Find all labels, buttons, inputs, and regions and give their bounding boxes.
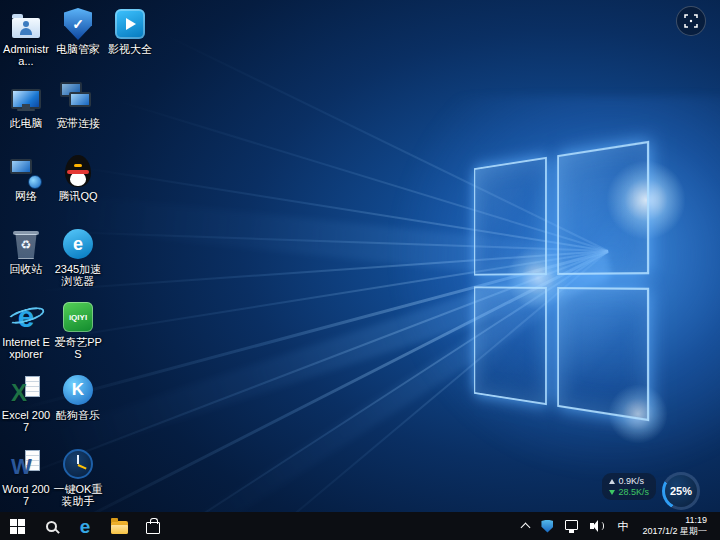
clock-time: 11:19 — [685, 515, 707, 526]
taskbar-edge-button[interactable]: e — [68, 512, 102, 540]
logo-pane — [474, 286, 547, 405]
qq-penguin-icon — [60, 153, 96, 189]
desktop-wallpaper: Administra... 此电脑 网络 ♻ 回收站 e Internet Ex… — [0, 0, 720, 540]
icon-label: 酷狗音乐 — [56, 409, 100, 421]
glow-spot — [608, 384, 668, 444]
desktop-icon-excel-2007[interactable]: X Excel 2007 — [0, 372, 52, 442]
arrow-down-icon — [609, 490, 615, 495]
ball-percent: 25% — [670, 485, 692, 497]
download-speed-value: 28.5K/s — [618, 487, 649, 497]
computer-icon — [8, 80, 44, 116]
desktop-icon-internet-explorer[interactable]: e Internet Explorer — [0, 299, 52, 369]
desktop-icon-2345-browser[interactable]: e 2345加速浏览器 — [52, 226, 104, 296]
tray-clock[interactable]: 11:19 2017/1/2 星期一 — [634, 515, 715, 537]
glow-spot — [606, 160, 686, 240]
upload-speed-row: 0.9K/s — [609, 476, 649, 486]
desktop-icon-pc-manager[interactable]: ✓ 电脑管家 — [52, 6, 104, 76]
taskbar-file-explorer-button[interactable] — [102, 512, 136, 540]
broadband-connection-icon — [60, 80, 96, 116]
network-speed-widget[interactable]: 0.9K/s 28.5K/s — [602, 473, 656, 500]
kugou-music-icon: K — [60, 372, 96, 408]
user-folder-icon — [8, 6, 44, 42]
icon-label: 电脑管家 — [56, 43, 100, 55]
iqiyi-icon: iQIYI — [60, 299, 96, 335]
icon-label: Administra... — [0, 43, 52, 67]
ethernet-icon — [565, 520, 578, 530]
tray-ime-indicator[interactable]: 中 — [611, 512, 634, 540]
icon-label: 影视大全 — [108, 43, 152, 55]
screen-capture-button[interactable] — [676, 6, 706, 36]
floating-ball-widget[interactable]: 25% — [662, 472, 700, 510]
desktop-icon-word-2007[interactable]: W Word 2007 — [0, 446, 52, 516]
internet-explorer-icon: e — [8, 299, 44, 335]
desktop-icon-kugou[interactable]: K 酷狗音乐 — [52, 372, 104, 442]
ime-label: 中 — [617, 519, 628, 534]
tray-show-hidden-icons[interactable] — [516, 512, 535, 540]
glow-spot — [506, 246, 570, 310]
word-icon: W — [8, 446, 44, 482]
desktop-icon-qq[interactable]: 腾讯QQ — [52, 153, 104, 223]
taskbar-store-button[interactable] — [136, 512, 170, 540]
icon-label: 一键OK重装助手 — [52, 483, 104, 507]
logo-pane — [557, 287, 649, 421]
shield-icon: ✓ — [60, 6, 96, 42]
upload-speed-value: 0.9K/s — [618, 476, 644, 486]
window-glow — [392, 96, 720, 476]
desktop-icon-iqiyi[interactable]: iQIYI 爱奇艺PPS — [52, 299, 104, 369]
icon-label: Word 2007 — [0, 483, 52, 507]
movie-play-icon — [112, 6, 148, 42]
light-ray — [28, 230, 608, 252]
desktop-icon-movie-app[interactable]: 影视大全 — [104, 6, 156, 76]
edge-icon: e — [80, 517, 91, 536]
icon-label: 此电脑 — [10, 117, 43, 129]
search-button[interactable] — [34, 512, 68, 540]
light-ray — [140, 22, 608, 252]
icon-label: 爱奇艺PPS — [52, 336, 104, 360]
clock-icon — [60, 446, 96, 482]
tray-network[interactable] — [559, 512, 584, 540]
network-icon — [8, 153, 44, 189]
windows-logo-icon — [10, 519, 25, 534]
icon-label: 2345加速浏览器 — [52, 263, 104, 287]
desktop-icon-recycle-bin[interactable]: ♻ 回收站 — [0, 226, 52, 296]
desktop-icon-ok-reinstall[interactable]: 一键OK重装助手 — [52, 446, 104, 516]
speaker-icon — [590, 520, 605, 532]
desktop-icon-broadband[interactable]: 宽带连接 — [52, 80, 104, 150]
light-ray — [19, 250, 608, 540]
recycle-bin-icon: ♻ — [8, 226, 44, 262]
icon-label: 宽带连接 — [56, 117, 100, 129]
light-ray — [91, 92, 608, 252]
search-icon — [46, 521, 57, 532]
logo-pane — [557, 141, 649, 275]
folder-icon — [111, 521, 128, 534]
desktop-icon-network[interactable]: 网络 — [0, 153, 52, 223]
tray-volume[interactable] — [584, 512, 611, 540]
icon-label: 回收站 — [10, 263, 43, 275]
browser-2345-icon: e — [60, 226, 96, 262]
icon-label: 腾讯QQ — [58, 190, 97, 202]
arrow-up-icon — [609, 479, 615, 484]
capture-corners-icon — [684, 14, 698, 28]
icon-label: Internet Explorer — [0, 336, 52, 360]
icon-label: 网络 — [15, 190, 37, 202]
tray-security-shield[interactable] — [535, 512, 559, 540]
start-button[interactable] — [0, 512, 34, 540]
desktop-icon-administrator[interactable]: Administra... — [0, 6, 52, 76]
windows-logo-wallpaper — [474, 141, 649, 421]
icon-label: Excel 2007 — [0, 409, 52, 433]
download-speed-row: 28.5K/s — [609, 487, 649, 497]
excel-icon: X — [8, 372, 44, 408]
light-ray — [55, 162, 608, 252]
logo-pane — [474, 157, 547, 276]
store-bag-icon — [146, 522, 160, 534]
clock-date: 2017/1/2 星期一 — [642, 526, 707, 537]
chevron-up-icon — [521, 523, 531, 533]
light-ray — [104, 250, 608, 540]
shield-icon — [541, 520, 553, 533]
taskbar: e 中 11:19 2017/1/2 星期一 — [0, 512, 720, 540]
desktop-icon-this-pc[interactable]: 此电脑 — [0, 80, 52, 150]
system-tray: 中 11:19 2017/1/2 星期一 — [516, 512, 720, 540]
light-ray-soft — [132, 252, 614, 540]
light-ray — [209, 250, 609, 540]
